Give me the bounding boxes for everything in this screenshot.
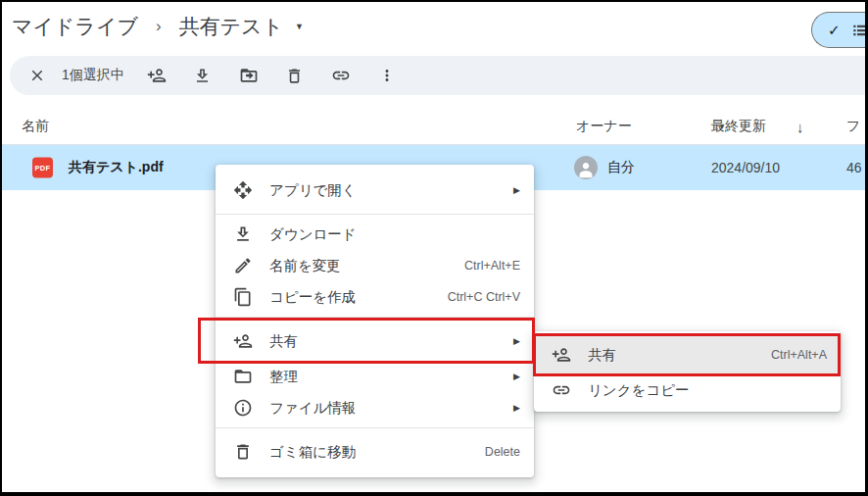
column-header-owner[interactable]: オーナー xyxy=(576,118,632,135)
menu-item-organize[interactable]: 整理 ▶ xyxy=(216,361,534,392)
menu-item-shortcut: Ctrl+Alt+E xyxy=(464,259,520,273)
person-add-icon xyxy=(552,345,571,365)
menu-item-label: アプリで開く xyxy=(269,181,504,200)
breadcrumb-my-drive[interactable]: マイドライブ xyxy=(12,13,138,40)
submenu-arrow-icon: ▶ xyxy=(513,372,520,381)
menu-item-label: 整理 xyxy=(269,368,504,386)
menu-item-label: リンクをコピー xyxy=(588,381,827,400)
menu-item-shortcut: Delete xyxy=(485,445,520,459)
menu-item-make-copy[interactable]: コピーを作成 Ctrl+C Ctrl+V xyxy=(216,281,534,313)
drive-window: マイドライブ › 共有テスト ▼ ✓ 1個選択中 xyxy=(0,0,868,496)
file-size-partial: 46 xyxy=(846,160,862,175)
open-with-icon xyxy=(233,180,253,200)
trash-icon xyxy=(285,67,304,85)
close-selection-button[interactable] xyxy=(26,65,48,86)
menu-item-label: ダウンロード xyxy=(269,225,520,244)
file-list-header: 名前 オーナー 最終更新▼ ↓ フ xyxy=(2,108,865,145)
close-icon xyxy=(28,67,46,84)
menu-item-file-info[interactable]: ファイル情報 ▶ xyxy=(216,392,534,423)
menu-item-label: コピーを作成 xyxy=(269,288,438,307)
menu-item-rename[interactable]: 名前を変更 Ctrl+Alt+E xyxy=(216,250,534,281)
link-button[interactable] xyxy=(330,65,352,86)
move-to-folder-button[interactable] xyxy=(238,65,260,86)
folder-dropdown-caret-icon[interactable]: ▼ xyxy=(295,22,304,31)
column-header-name[interactable]: 名前 xyxy=(22,118,49,135)
move-to-folder-icon xyxy=(239,66,259,85)
more-actions-button[interactable] xyxy=(376,65,398,86)
menu-item-label: ファイル情報 xyxy=(269,399,504,418)
menu-item-label: ゴミ箱に移動 xyxy=(269,443,475,462)
menu-item-open-with[interactable]: アプリで開く ▶ xyxy=(216,171,534,210)
modified-dropdown-caret-icon: ▼ xyxy=(718,122,726,130)
share-submenu: 共有 Ctrl+Alt+A リンクをコピー xyxy=(534,331,841,412)
menu-item-label: 共有 xyxy=(269,332,504,351)
toolbar-actions xyxy=(146,65,398,86)
info-icon xyxy=(233,398,253,418)
menu-separator xyxy=(216,214,534,215)
person-add-icon xyxy=(147,66,167,85)
owner-avatar xyxy=(574,156,598,179)
link-icon xyxy=(331,66,351,85)
menu-item-shortcut: Ctrl+Alt+A xyxy=(771,348,827,362)
file-modified-date: 2024/09/10 xyxy=(711,160,780,175)
person-add-icon xyxy=(233,331,253,351)
submenu-arrow-icon: ▶ xyxy=(513,185,520,195)
trash-button[interactable] xyxy=(284,65,306,86)
menu-item-move-to-trash[interactable]: ゴミ箱に移動 Delete xyxy=(216,432,534,471)
more-vertical-icon xyxy=(378,67,396,84)
context-menu: アプリで開く ▶ ダウンロード 名前を変更 Ctrl+Alt+E コピーを作成 … xyxy=(216,165,534,477)
check-icon: ✓ xyxy=(828,22,841,39)
submenu-item-copy-link[interactable]: リンクをコピー xyxy=(534,373,841,407)
person-icon xyxy=(575,158,597,179)
rename-pencil-icon xyxy=(233,256,253,275)
menu-separator xyxy=(216,317,534,318)
column-header-size[interactable]: フ xyxy=(846,118,860,135)
submenu-arrow-icon: ▶ xyxy=(513,336,520,346)
view-toggle[interactable]: ✓ xyxy=(811,12,868,48)
menu-item-download[interactable]: ダウンロード xyxy=(216,219,534,250)
list-view-icon xyxy=(851,22,868,39)
download-icon xyxy=(233,224,253,244)
breadcrumb-shared-test[interactable]: 共有テスト xyxy=(179,13,283,40)
menu-item-share[interactable]: 共有 ▶ xyxy=(216,322,534,361)
link-icon xyxy=(552,380,571,400)
breadcrumb-separator-icon: › xyxy=(156,17,162,36)
selection-count: 1個選択中 xyxy=(62,67,124,84)
pdf-file-icon: PDF xyxy=(32,158,53,178)
submenu-arrow-icon: ▶ xyxy=(513,403,520,413)
submenu-item-share[interactable]: 共有 Ctrl+Alt+A xyxy=(534,336,841,373)
folder-icon xyxy=(233,367,253,386)
file-name: 共有テスト.pdf xyxy=(69,159,164,176)
share-button[interactable] xyxy=(146,65,168,86)
menu-item-label: 共有 xyxy=(588,346,761,365)
download-button[interactable] xyxy=(192,65,214,86)
trash-icon xyxy=(233,442,253,462)
sort-direction-icon[interactable]: ↓ xyxy=(796,118,804,134)
file-owner: 自分 xyxy=(607,159,635,176)
menu-separator xyxy=(216,427,534,428)
menu-item-shortcut: Ctrl+C Ctrl+V xyxy=(448,290,520,304)
copy-icon xyxy=(233,287,253,307)
breadcrumb: マイドライブ › 共有テスト ▼ xyxy=(12,8,304,45)
selection-toolbar: 1個選択中 xyxy=(10,56,865,95)
menu-item-label: 名前を変更 xyxy=(269,257,455,275)
download-icon xyxy=(193,67,212,85)
